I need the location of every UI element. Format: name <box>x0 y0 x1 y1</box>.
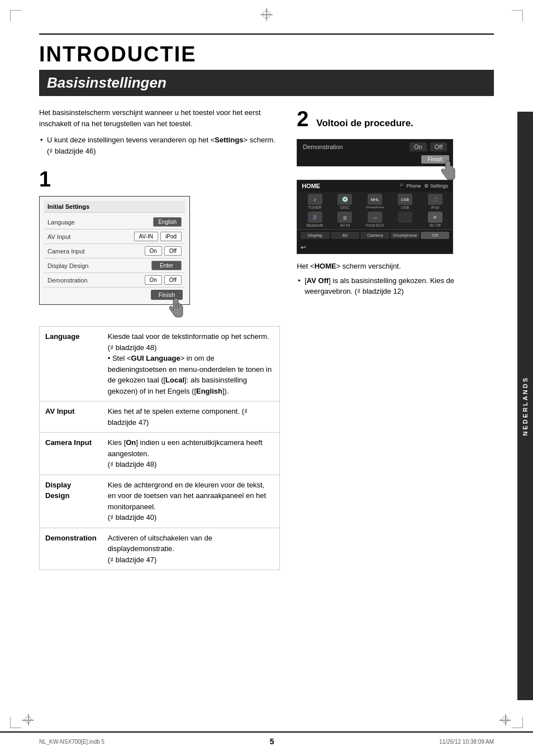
language-btn[interactable]: English <box>153 217 182 227</box>
table-row: Demonstration Activeren of uitschakelen … <box>40 528 280 570</box>
camera-on-btn[interactable]: On <box>145 246 162 256</box>
demonstration-screen: Demonstration On Off Finish <box>297 139 453 166</box>
disc-icon-item[interactable]: 💿 DISC <box>331 194 359 209</box>
home-screen: HOME 📱 Phone ⚙ Settings <box>297 180 453 254</box>
initial-settings-screen: Initial Settings Language English AV Inp… <box>39 196 190 305</box>
corner-mark-tr <box>512 10 523 21</box>
term-camera-input: Camera Input <box>40 433 102 475</box>
footer-file: NL_KW-NSX700[E].indb 5 <box>39 739 104 745</box>
demo-top-btns: On Off <box>410 142 447 151</box>
phone-btn[interactable]: 📱 Phone <box>398 183 421 189</box>
table-row: Language Kiesde taal voor de tekstinform… <box>40 327 280 401</box>
corner-mark-bl <box>10 717 21 728</box>
page-footer: NL_KW-NSX700[E].indb 5 5 11/26/12 10:38:… <box>0 731 533 746</box>
demo-off-btn[interactable]: Off <box>164 275 182 285</box>
screen-title-bar: Initial Settings <box>44 201 185 213</box>
home-top-btns: 📱 Phone ⚙ Settings <box>398 183 448 189</box>
right-column: 2 Voltooi de procedure. Demonstration On… <box>297 107 494 570</box>
hand-cursor2-icon <box>439 160 456 181</box>
term-demonstration: Demonstration <box>40 528 102 570</box>
step1-number: 1 <box>39 168 280 192</box>
page-title: INTRODUCTIE <box>39 42 494 66</box>
table-row: AV Input AV-IN iPod <box>44 229 185 244</box>
camera-off-btn[interactable]: Off <box>164 246 182 256</box>
demo-label: Demonstration <box>303 143 343 150</box>
demo-on-btn[interactable]: On <box>145 275 162 285</box>
home-bullet: [AV Off] is als basisinstelling gekozen.… <box>297 275 494 297</box>
side-label-wrap: NEDERLANDS <box>517 112 533 700</box>
desc-display-design: Kies de achtergrond en de kleuren voor d… <box>102 475 280 528</box>
mirrorlink-icon-item[interactable]: MHL Smartphone <box>361 194 389 209</box>
hand-cursor-icon <box>166 297 184 318</box>
demo-off-screen-btn[interactable]: Off <box>430 142 447 151</box>
table-row: Language English <box>44 215 185 229</box>
table-row: Camera Input On Off <box>44 244 185 259</box>
footer-date: 11/26/12 10:38:09 AM <box>439 739 494 745</box>
content-area: INTRODUCTIE Basisinstellingen Het basisi… <box>0 0 533 604</box>
av-off-icon-item[interactable]: ✕ AV Off <box>421 212 449 227</box>
tuner-icon-item[interactable]: ♪ TUNER <box>301 194 329 209</box>
display-btn[interactable]: Display <box>301 232 330 239</box>
camera-btn[interactable]: Camera <box>360 232 389 239</box>
term-language: Language <box>40 327 102 401</box>
front-aux-icon-item[interactable]: — Front AUX <box>361 212 389 227</box>
table-row: DisplayDesign Kies de achtergrond en de … <box>40 475 280 528</box>
off-btn[interactable]: Off <box>421 232 450 239</box>
demo-finish-area: Finish <box>297 154 453 166</box>
left-column: Het basisinstelscherm verschijnt wanneer… <box>39 107 280 570</box>
term-display-design: DisplayDesign <box>40 475 102 528</box>
page-wrapper: NEDERLANDS INTRODUCTIE Basisinstellingen… <box>0 0 533 756</box>
home-label: HOME <box>302 183 320 189</box>
desc-av-input: Kies het af te spelen externe component.… <box>102 401 280 433</box>
step2-number: 2 <box>297 107 308 131</box>
bluetooth-icon-item[interactable]: β Bluetooth <box>301 212 329 227</box>
table-row: Demonstration On Off <box>44 273 185 288</box>
av-in-btn[interactable]: AV-IN <box>134 232 158 241</box>
av-in-icon-item[interactable]: ||| AV-IN <box>331 212 359 227</box>
reg-circle-top <box>263 11 270 18</box>
footer-page-number: 5 <box>270 737 274 746</box>
intro-bullet: U kunt deze instellingen tevens verander… <box>39 135 280 156</box>
desc-camera-input: Kies [On] indien u een achteruitkijkcame… <box>102 433 280 475</box>
settings-btn[interactable]: ⚙ Settings <box>424 183 448 189</box>
two-col-layout: Het basisinstelscherm verschijnt wanneer… <box>39 107 494 570</box>
smartphone-btn[interactable]: Smartphone <box>391 232 420 239</box>
intro-paragraph: Het basisinstelscherm verschijnt wanneer… <box>39 107 280 129</box>
table-row: Camera Input Kies [On] indien u een acht… <box>40 433 280 475</box>
desc-demonstration: Activeren of uitschakelen van de display… <box>102 528 280 570</box>
term-av-input: AV Input <box>40 401 102 433</box>
section-banner: Basisinstellingen <box>39 70 494 96</box>
back-arrow-icon[interactable]: ↩ <box>301 243 306 251</box>
display-design-enter-btn[interactable]: Enter <box>151 261 182 270</box>
screen-table: Language English AV Input AV-IN iPod <box>44 215 185 288</box>
table-row: AV Input Kies het af te spelen externe c… <box>40 401 280 433</box>
empty-icon-item <box>391 212 420 227</box>
corner-mark-br <box>512 717 523 728</box>
reg-mark-bottom-left <box>22 714 34 725</box>
step2-label: Voltooi de procedure. <box>316 118 413 129</box>
ipod-btn[interactable]: iPod <box>160 232 182 241</box>
top-rule <box>39 34 494 35</box>
step2-header: 2 Voltooi de procedure. <box>297 107 494 131</box>
table-row: Display Design Enter <box>44 259 185 273</box>
demo-on-screen-btn[interactable]: On <box>410 142 427 151</box>
desc-language: Kiesde taal voor de tekstinformatie op h… <box>102 327 280 401</box>
description-table: Language Kiesde taal voor de tekstinform… <box>39 326 280 570</box>
ipod-icon-item[interactable]: 🎵 iPod <box>421 194 449 209</box>
side-label: NEDERLANDS <box>522 376 529 436</box>
av-btn[interactable]: AV <box>331 232 360 239</box>
reg-mark-bottom-right <box>499 714 511 725</box>
demo-top-bar: Demonstration On Off <box>297 140 453 154</box>
corner-mark-tl <box>10 10 21 21</box>
usb-icon-item[interactable]: USB USB <box>391 194 420 209</box>
home-screen-text: Het <HOME> scherm verschijnt. <box>297 261 494 272</box>
